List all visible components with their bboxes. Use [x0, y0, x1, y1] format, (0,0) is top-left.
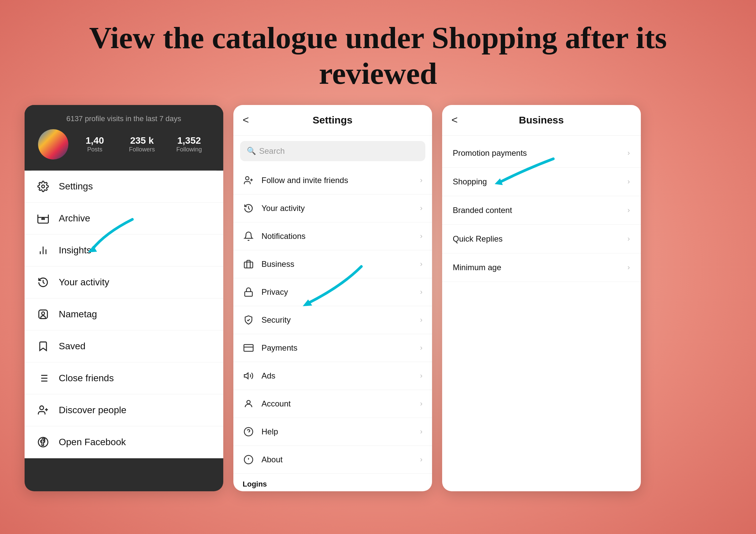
chevron-payments: › [420, 344, 422, 352]
business-back-button[interactable]: < [452, 114, 458, 126]
business-icon [243, 258, 254, 270]
close-friends-icon [37, 372, 50, 385]
menu-item-insights[interactable]: Insights [25, 235, 223, 266]
settings-item-payments[interactable]: Payments › [233, 334, 432, 362]
settings-item-help[interactable]: Help › [233, 418, 432, 446]
logins-section: Logins [233, 474, 432, 491]
archive-icon [37, 212, 50, 225]
follow-icon [243, 175, 254, 186]
business-title: Business [519, 114, 564, 126]
following-label: Following [176, 146, 202, 153]
menu-label-activity: Your activity [59, 277, 109, 288]
menu-item-saved[interactable]: Saved [25, 330, 223, 362]
posts-label: Posts [87, 146, 102, 153]
svg-rect-23 [244, 345, 253, 351]
settings-item-ads[interactable]: Ads › [233, 362, 432, 390]
menu-label-insights: Insights [59, 245, 92, 256]
svg-marker-25 [244, 373, 248, 379]
profile-stats: 1,40 Posts 235 k Followers 1,352 Followi… [35, 129, 213, 165]
settings-label-payments: Payments [262, 343, 298, 353]
menu-list: Settings Archive Insights [25, 171, 223, 458]
svg-point-13 [40, 406, 43, 410]
menu-label-saved: Saved [59, 341, 86, 352]
panel-business: < Business Promotion payments › Shopping… [442, 105, 641, 491]
panel-settings: < Settings 🔍 Search Follow and invite fr… [233, 105, 432, 491]
menu-item-archive[interactable]: Archive [25, 203, 223, 235]
followers-number: 235 k [130, 135, 154, 146]
chevron-branded: › [627, 206, 630, 215]
settings-item-account[interactable]: Account › [233, 390, 432, 418]
stat-posts: 1,40 Posts [74, 135, 116, 153]
menu-label-discover: Discover people [59, 405, 127, 416]
discover-icon [37, 404, 50, 417]
settings-item-business[interactable]: Business › [233, 250, 432, 278]
settings-item-security[interactable]: Security › [233, 306, 432, 334]
settings-label-business: Business [262, 259, 294, 269]
business-item-minimum-age[interactable]: Minimum age › [442, 253, 641, 282]
search-bar[interactable]: 🔍 Search [240, 141, 425, 161]
business-item-quick-replies[interactable]: Quick Replies › [442, 225, 641, 253]
label-branded: Branded content [453, 206, 512, 215]
svg-point-6 [41, 312, 44, 315]
svg-rect-22 [244, 291, 252, 296]
chevron-business: › [420, 260, 422, 269]
panel-profile: 6137 profile visits in the last 7 days 1… [25, 105, 223, 491]
title-area: View the catalogue under Shopping after … [0, 0, 756, 105]
account-icon [243, 398, 254, 410]
menu-item-close-friends[interactable]: Close friends [25, 362, 223, 394]
chevron-notifications: › [420, 232, 422, 241]
settings-label-follow: Follow and invite friends [262, 176, 348, 185]
menu-item-nametag[interactable]: Nametag [25, 298, 223, 330]
chevron-promotion: › [627, 149, 630, 157]
chevron-follow: › [420, 176, 422, 185]
business-item-promotion[interactable]: Promotion payments › [442, 139, 641, 168]
settings-item-about[interactable]: About › [233, 446, 432, 474]
about-icon [243, 454, 254, 465]
business-header: < Business [442, 105, 641, 136]
chevron-security: › [420, 316, 422, 324]
saved-icon [37, 340, 50, 353]
settings-label-help: Help [262, 427, 278, 436]
chevron-ads: › [420, 371, 422, 380]
settings-label-ads: Ads [262, 371, 275, 381]
settings-item-notifications[interactable]: Notifications › [233, 222, 432, 250]
payments-icon [243, 342, 254, 354]
menu-item-settings[interactable]: Settings [25, 171, 223, 203]
business-item-branded[interactable]: Branded content › [442, 196, 641, 225]
label-shopping: Shopping [453, 177, 487, 186]
posts-number: 1,40 [86, 135, 104, 146]
nametag-icon [37, 308, 50, 321]
stat-followers: 235 k Followers [122, 135, 163, 153]
chevron-privacy: › [420, 288, 422, 296]
settings-item-follow[interactable]: Follow and invite friends › [233, 167, 432, 194]
business-item-shopping[interactable]: Shopping › [442, 168, 641, 196]
menu-item-your-activity[interactable]: Your activity [25, 266, 223, 298]
privacy-icon [243, 286, 254, 298]
security-icon [243, 314, 254, 326]
svg-rect-21 [244, 262, 253, 268]
chevron-about: › [420, 455, 422, 464]
settings-label-privacy: Privacy [262, 287, 288, 297]
settings-label-notifications: Notifications [262, 232, 306, 241]
label-minimum-age: Minimum age [453, 263, 501, 272]
business-list: Promotion payments › Shopping › Branded … [442, 139, 641, 282]
stat-following: 1,352 Following [169, 135, 210, 153]
settings-label-account: Account [262, 399, 291, 408]
insights-icon [37, 244, 50, 257]
profile-header: 6137 profile visits in the last 7 days 1… [25, 105, 223, 170]
settings-title: Settings [313, 114, 352, 126]
page-title: View the catalogue under Shopping after … [67, 20, 689, 92]
menu-label-nametag: Nametag [59, 309, 97, 320]
avatar [38, 129, 68, 159]
settings-icon [37, 180, 50, 193]
chevron-quick-replies: › [627, 235, 630, 243]
settings-back-button[interactable]: < [243, 114, 249, 126]
menu-item-discover[interactable]: Discover people [25, 394, 223, 426]
settings-label-security: Security [262, 315, 291, 325]
ads-icon [243, 370, 254, 382]
settings-item-privacy[interactable]: Privacy › [233, 278, 432, 306]
followers-label: Followers [129, 146, 155, 153]
settings-item-activity[interactable]: Your activity › [233, 194, 432, 222]
settings-list: Follow and invite friends › Your activit… [233, 167, 432, 474]
menu-item-facebook[interactable]: Open Facebook [25, 426, 223, 458]
